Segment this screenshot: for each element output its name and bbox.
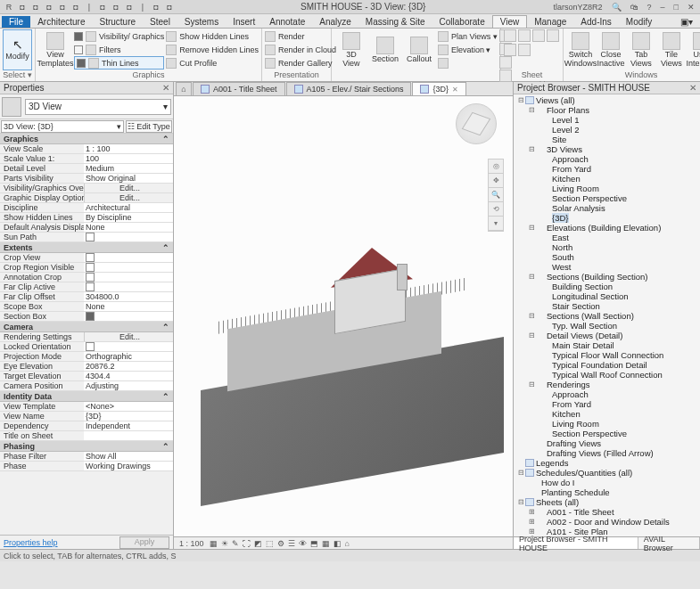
create-big-button[interactable]: Section: [368, 29, 402, 70]
tree-leaf[interactable]: Level 2: [514, 125, 700, 135]
print-icon[interactable]: ◘: [70, 2, 81, 12]
tree-leaf[interactable]: {3D}: [514, 213, 700, 223]
help-icon[interactable]: ?: [646, 3, 654, 12]
tree-leaf[interactable]: Approach: [514, 154, 700, 164]
tree-branch[interactable]: ⊟3D Views: [514, 144, 700, 154]
ribbon-item[interactable]: Elevation ▾: [438, 43, 498, 56]
tree-leaf[interactable]: Site: [514, 135, 700, 144]
mini-tool-icon[interactable]: [518, 29, 531, 42]
prop-edit-button[interactable]: Edit...: [84, 332, 173, 341]
prop-checkbox[interactable]: [84, 263, 173, 272]
tab-add-ins[interactable]: Add-Ins: [573, 16, 618, 28]
prop-edit-button[interactable]: Edit...: [84, 193, 173, 202]
properties-help-link[interactable]: Properties help: [4, 538, 58, 547]
save-icon[interactable]: ◘: [30, 2, 41, 12]
tree-leaf[interactable]: Building Section: [514, 282, 700, 291]
prop-value[interactable]: Independent: [84, 421, 173, 430]
tree-branch[interactable]: ⊟Floor Plans: [514, 105, 700, 115]
prop-value[interactable]: Show All: [84, 452, 173, 461]
prop-group-header[interactable]: Graphics⌃: [0, 134, 173, 144]
measure-icon[interactable]: ◘: [97, 2, 108, 12]
tree-branch[interactable]: ⊟Sheets (all): [514, 497, 700, 507]
tab-annotate[interactable]: Annotate: [262, 16, 312, 28]
prop-value[interactable]: None: [84, 302, 173, 311]
prop-value[interactable]: None: [84, 223, 173, 232]
prop-value[interactable]: {3D}: [84, 412, 173, 421]
prop-value[interactable]: Orthographic: [84, 352, 173, 361]
home-icon[interactable]: ◘: [124, 2, 135, 12]
document-tab[interactable]: {3D}✕: [412, 82, 466, 95]
prop-value[interactable]: 20876.2: [84, 362, 173, 371]
expand-icon[interactable]: ⊟: [528, 331, 536, 339]
tab-view[interactable]: View: [492, 15, 528, 28]
tree-leaf[interactable]: From Yard: [514, 164, 700, 174]
nav-pan-icon[interactable]: ✥: [489, 174, 503, 188]
modify-button[interactable]: ↖ Modify: [3, 29, 32, 70]
apply-button[interactable]: Apply: [119, 536, 169, 549]
tree-leaf[interactable]: Planting Schedule: [514, 487, 700, 497]
tree-leaf[interactable]: Section Perspective: [514, 193, 700, 203]
ribbon-item[interactable]: Plan Views ▾: [438, 29, 498, 43]
ribbon-item[interactable]: Render in Cloud: [265, 43, 336, 56]
prop-value[interactable]: 100: [84, 154, 173, 163]
prop-value[interactable]: 1 : 100: [84, 144, 173, 153]
window-button[interactable]: User Interface: [688, 29, 700, 70]
mini-tool-icon[interactable]: [504, 44, 516, 56]
cart-icon[interactable]: 🛍: [629, 3, 640, 12]
window-button[interactable]: Switch Windows: [566, 29, 595, 70]
tree-leaf[interactable]: Typical Wall Roof Connection: [514, 370, 700, 380]
tab-systems[interactable]: Systems: [177, 16, 226, 28]
view-control-icon[interactable]: 👁: [299, 539, 307, 548]
ribbon-item[interactable]: Render Gallery: [265, 56, 336, 70]
browser-close-icon[interactable]: ✕: [689, 83, 696, 93]
expand-icon[interactable]: ⊟: [517, 498, 525, 506]
expand-icon[interactable]: ⊟: [528, 145, 536, 153]
edit-type-button[interactable]: ☷ Edit Type: [126, 120, 172, 133]
open-icon[interactable]: ◘: [17, 2, 28, 12]
tab-manage[interactable]: Manage: [527, 16, 573, 28]
tree-leaf[interactable]: Main Stair Detail: [514, 340, 700, 350]
prop-edit-button[interactable]: Edit...: [84, 184, 173, 192]
view-control-icon[interactable]: ⌂: [345, 539, 350, 548]
tree-branch[interactable]: Legends: [514, 458, 700, 468]
mini-tool-icon[interactable]: [518, 44, 531, 56]
tree-leaf[interactable]: Longitudinal Section: [514, 291, 700, 301]
prop-checkbox[interactable]: [84, 312, 173, 321]
expand-icon[interactable]: ⊟: [528, 224, 536, 232]
view-cube[interactable]: [456, 103, 497, 144]
view-control-icon[interactable]: ☀: [221, 539, 228, 548]
checkbox-icon[interactable]: [77, 59, 86, 68]
viewport[interactable]: ◎ ✥ 🔍 ⟲ ▾: [174, 96, 513, 536]
browser-tab[interactable]: Project Browser - SMITH HOUSE: [514, 537, 638, 549]
create-big-button[interactable]: 3D View: [334, 29, 368, 70]
tab-massing-site[interactable]: Massing & Site: [358, 16, 432, 28]
checkbox-icon[interactable]: [74, 32, 83, 41]
tree-leaf[interactable]: Living Room: [514, 184, 700, 193]
document-tab[interactable]: A105 - Elev./ Stair Sections: [286, 82, 412, 95]
prop-group-header[interactable]: Identity Data⌃: [0, 391, 173, 402]
tree-leaf[interactable]: How do I: [514, 478, 700, 487]
prop-value[interactable]: By Discipline: [84, 213, 173, 222]
tab-modify[interactable]: Modify: [619, 16, 659, 28]
collapse-icon[interactable]: ⌃: [162, 442, 169, 451]
ribbon-item[interactable]: Visibility/ Graphics: [74, 29, 164, 43]
view-control-icon[interactable]: ⬚: [266, 539, 274, 548]
undo-icon[interactable]: ◘: [44, 2, 54, 12]
collapse-icon[interactable]: ⌃: [162, 323, 169, 331]
view-control-icon[interactable]: ▦: [210, 539, 218, 548]
prop-checkbox[interactable]: [84, 253, 173, 262]
tree-leaf[interactable]: East: [514, 233, 700, 242]
tab-structure[interactable]: Structure: [92, 16, 143, 28]
prop-value[interactable]: <None>: [84, 402, 173, 411]
ribbon-item[interactable]: [438, 56, 498, 70]
user-name[interactable]: tlarsonYZ8R2: [552, 3, 605, 12]
tree-branch[interactable]: ⊟Sections (Wall Section): [514, 311, 700, 321]
tree-branch[interactable]: Drafting Views (Filled Arrow): [514, 448, 700, 458]
window-button[interactable]: Close Inactive: [597, 29, 625, 70]
tree-leaf[interactable]: Typ. Wall Section: [514, 321, 700, 331]
expand-icon[interactable]: ⊟: [528, 380, 536, 389]
view-control-icon[interactable]: ☰: [288, 539, 295, 548]
tree-branch[interactable]: ⊟Views (all): [514, 95, 700, 105]
tree-leaf[interactable]: South: [514, 252, 700, 262]
ribbon-item[interactable]: Filters: [74, 43, 164, 56]
